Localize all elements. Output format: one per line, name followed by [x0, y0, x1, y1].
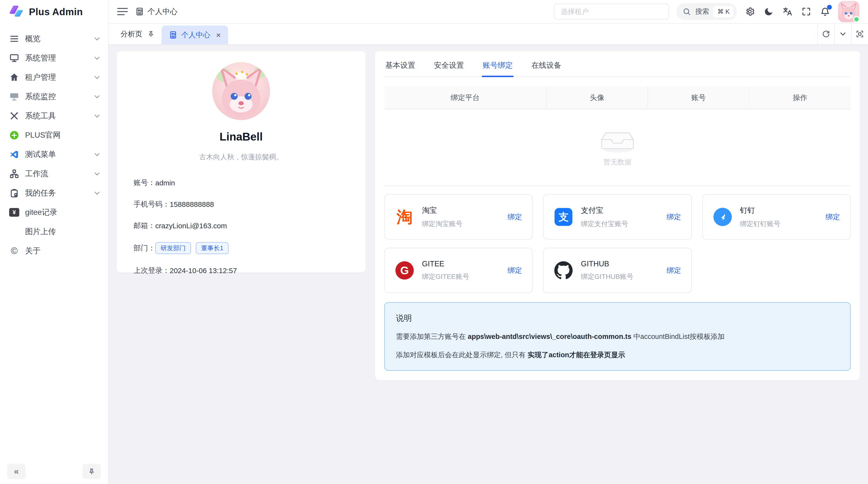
sidebar-item-system-management[interactable]: 系统管理	[5, 49, 103, 67]
sidebar-item-label: 测试菜单	[25, 149, 56, 160]
binding-card-github: GITHUB 绑定GITHUB账号 绑定	[543, 248, 691, 293]
app-logo[interactable]: Plus Admin	[0, 0, 108, 24]
theme-toggle-button[interactable]	[763, 6, 774, 18]
menu-list-icon	[9, 34, 19, 44]
fullscreen-button[interactable]	[801, 6, 812, 18]
tab-analytics[interactable]: 分析页	[108, 24, 161, 44]
refresh-button[interactable]	[817, 24, 834, 44]
sidebar-item-plus-website[interactable]: PLUS官网	[5, 126, 103, 144]
sidebar-item-image-upload[interactable]: 图片上传	[5, 223, 103, 240]
sidebar-item-label: 系统管理	[25, 53, 56, 63]
sidebar-item-test-menu[interactable]: 测试菜单	[5, 146, 103, 163]
app-title: Plus Admin	[29, 6, 83, 18]
bind-github-link[interactable]: 绑定	[667, 266, 681, 276]
yuan-glyph: ¥	[9, 208, 19, 217]
settings-button[interactable]	[744, 6, 756, 18]
binding-name: GITHUB	[581, 260, 633, 268]
binding-table-header: 绑定平台 头像 账号 操作	[384, 86, 850, 109]
search-shortcut-badge: ⌘ K	[713, 6, 734, 18]
empty-icon-spacer	[9, 227, 19, 237]
avatar-image	[212, 62, 270, 120]
settings-tabs: 基本设置 安全设置 账号绑定 在线设备	[384, 51, 850, 77]
sidebar-item-gitee-record[interactable]: ¥ gitee记录	[5, 203, 103, 221]
taobao-icon: 淘	[395, 207, 414, 227]
sidebar-pin-button[interactable]	[83, 464, 101, 479]
fullscreen-icon	[801, 6, 811, 17]
workflow-icon	[9, 169, 19, 179]
clipboard-icon	[9, 188, 19, 198]
sidebar-item-my-tasks[interactable]: 我的任务	[5, 184, 103, 202]
tab-account-binding[interactable]: 账号绑定	[482, 54, 514, 77]
note-title: 说明	[396, 313, 839, 324]
sidebar-item-tenant-management[interactable]: 租户管理	[5, 68, 103, 86]
sidebar-item-label: 图片上传	[25, 226, 56, 237]
notifications-button[interactable]	[819, 6, 831, 18]
sidebar-item-system-tools[interactable]: 系统工具	[5, 107, 103, 125]
sidebar-toggle-button[interactable]	[117, 6, 128, 17]
bind-alipay-link[interactable]: 绑定	[667, 212, 681, 222]
chevron-down-icon	[94, 151, 100, 156]
tab-online-devices[interactable]: 在线设备	[530, 54, 562, 77]
breadcrumb-label: 个人中心	[148, 6, 178, 17]
maximize-content-button[interactable]	[851, 24, 868, 44]
search-label: 搜索	[695, 7, 709, 17]
column-account: 账号	[648, 86, 750, 109]
note-line-1: 需要添加第三方账号在 apps\web-antd\src\views\_core…	[396, 331, 839, 342]
sidebar-collapse-button[interactable]: «	[7, 464, 26, 479]
binding-desc: 绑定淘宝账号	[422, 219, 462, 228]
tab-profile-center[interactable]: 个人中心 ×	[161, 26, 228, 44]
binding-desc: 绑定支付宝账号	[581, 219, 628, 228]
tab-security-settings[interactable]: 安全设置	[433, 54, 465, 77]
bind-gitee-link[interactable]: 绑定	[507, 266, 522, 276]
main-area: 个人中心 搜索 ⌘ K	[108, 0, 868, 484]
vscode-icon	[9, 150, 19, 160]
content: LinaBell 古木向人秋，惊蓬掠鬓稠。 账号： admin 手机号码： 15…	[108, 45, 868, 484]
profile-fields: 账号： admin 手机号码： 15888888888 邮箱： crazyLio…	[133, 178, 349, 276]
binding-name: 淘宝	[422, 205, 462, 216]
chevron-down-icon	[94, 189, 100, 195]
sidebar-item-label: PLUS官网	[25, 130, 61, 140]
profile-field-account: 账号： admin	[133, 178, 349, 188]
language-button[interactable]	[782, 6, 793, 18]
global-search-button[interactable]: 搜索 ⌘ K	[676, 3, 737, 20]
close-icon[interactable]: ×	[216, 31, 221, 39]
profile-field-email: 邮箱： crazyLionLi@163.com	[133, 221, 349, 231]
column-avatar: 头像	[547, 86, 648, 109]
dingtalk-icon	[713, 207, 732, 227]
profile-field-phone: 手机号码： 15888888888	[133, 199, 349, 209]
sidebar-item-overview[interactable]: 概览	[5, 30, 103, 48]
sidebar-item-system-monitor[interactable]: 系统监控	[5, 88, 103, 105]
sidebar-item-label: 概览	[25, 33, 40, 44]
column-platform: 绑定平台	[384, 86, 547, 109]
binding-desc: 绑定GITEE账号	[422, 272, 469, 281]
tenant-select-input[interactable]	[554, 4, 669, 20]
translate-icon	[782, 6, 793, 17]
bind-taobao-link[interactable]: 绑定	[507, 212, 522, 222]
binding-name: GITEE	[422, 260, 469, 268]
pin-icon	[88, 467, 95, 475]
sidebar-item-workflow[interactable]: 工作流	[5, 165, 103, 183]
chevron-down-icon	[94, 35, 100, 40]
sidebar-item-label: 系统监控	[25, 91, 56, 102]
note-box: 说明 需要添加第三方账号在 apps\web-antd\src\views\_c…	[384, 302, 850, 371]
header-actions: 搜索 ⌘ K	[554, 1, 859, 22]
id-card-icon	[169, 31, 178, 39]
sidebar-item-about[interactable]: © 关于	[5, 242, 103, 260]
breadcrumb[interactable]: 个人中心	[135, 6, 178, 17]
binding-desc: 绑定钉钉账号	[740, 219, 780, 228]
tab-basic-settings[interactable]: 基本设置	[384, 54, 416, 77]
tab-menu-button[interactable]	[834, 24, 851, 44]
tab-label: 分析页	[121, 29, 142, 39]
binding-desc: 绑定GITHUB账号	[581, 272, 633, 281]
sidebar-footer: «	[0, 459, 108, 484]
sidebar-item-label: 关于	[25, 246, 40, 256]
bind-dingtalk-link[interactable]: 绑定	[826, 212, 840, 222]
column-actions: 操作	[750, 86, 850, 109]
sidebar-item-label: 工作流	[25, 168, 48, 179]
maximize-icon	[856, 30, 864, 38]
pin-icon[interactable]	[147, 30, 155, 38]
binding-card-dingtalk: 钉钉 绑定钉钉账号 绑定	[702, 194, 850, 239]
online-status-dot	[853, 16, 860, 23]
user-avatar[interactable]	[838, 1, 859, 22]
plus-circle-icon	[9, 130, 19, 140]
